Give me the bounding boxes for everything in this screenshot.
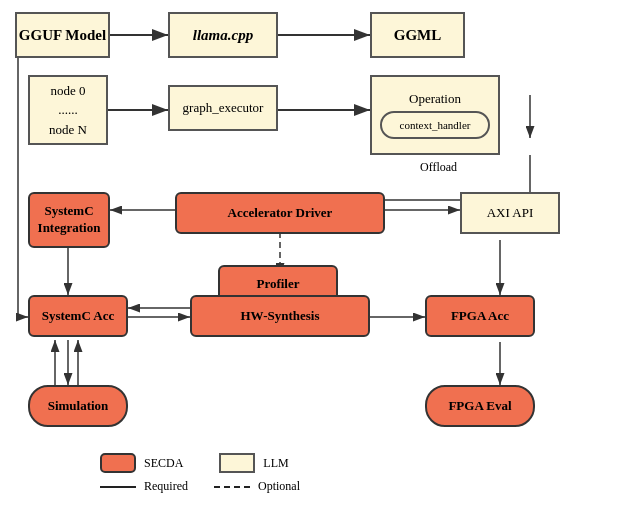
context-handler-box: context_handler	[380, 111, 490, 139]
gguf-label: GGUF Model	[19, 27, 106, 44]
architecture-diagram: GGUF Model llama.cpp GGML node 0 ...... …	[0, 0, 628, 512]
nodes-label: node 0 ...... node N	[49, 81, 87, 140]
llama-cpp-box: llama.cpp	[168, 12, 278, 58]
context-handler-label: context_handler	[400, 119, 471, 131]
legend-lines-row: Required Optional	[100, 479, 300, 494]
axi-api-label: AXI API	[487, 205, 534, 221]
fpga-acc-label: FPGA Acc	[451, 308, 509, 324]
hw-synth-label: HW-Synthesis	[241, 308, 320, 324]
legend-llm-swatch	[219, 453, 255, 473]
legend-secda-label: SECDA	[144, 456, 183, 471]
legend-llm-label: LLM	[263, 456, 288, 471]
llama-label: llama.cpp	[193, 27, 253, 44]
offload-label: Offload	[420, 160, 457, 175]
nodes-box: node 0 ...... node N	[28, 75, 108, 145]
legend-required-label: Required	[144, 479, 188, 494]
operation-box: Operation context_handler	[370, 75, 500, 155]
axi-api-box: AXI API	[460, 192, 560, 234]
accelerator-driver-box: Accelerator Driver	[175, 192, 385, 234]
graph-exec-label: graph_executor	[183, 100, 264, 116]
legend-solid-line	[100, 486, 136, 488]
legend-dashed-line	[214, 486, 250, 488]
simulation-label: Simulation	[48, 398, 109, 414]
legend: SECDA LLM Required Optional	[100, 453, 300, 494]
gguf-model-box: GGUF Model	[15, 12, 110, 58]
legend-secda-row: SECDA LLM	[100, 453, 300, 473]
ggml-box: GGML	[370, 12, 465, 58]
ggml-label: GGML	[394, 27, 442, 44]
fpga-acc-box: FPGA Acc	[425, 295, 535, 337]
systemc-acc-label: SystemC Acc	[42, 308, 115, 324]
systemc-int-label: SystemC Integration	[38, 203, 101, 237]
systemc-integration-box: SystemC Integration	[28, 192, 110, 248]
hw-synthesis-box: HW-Synthesis	[190, 295, 370, 337]
operation-label: Operation	[409, 91, 461, 107]
profiler-label: Profiler	[256, 276, 299, 292]
fpga-eval-box: FPGA Eval	[425, 385, 535, 427]
simulation-box: Simulation	[28, 385, 128, 427]
fpga-eval-label: FPGA Eval	[448, 398, 511, 414]
legend-secda-swatch	[100, 453, 136, 473]
graph-executor-box: graph_executor	[168, 85, 278, 131]
accel-driver-label: Accelerator Driver	[228, 205, 333, 221]
systemc-acc-box: SystemC Acc	[28, 295, 128, 337]
legend-optional-label: Optional	[258, 479, 300, 494]
